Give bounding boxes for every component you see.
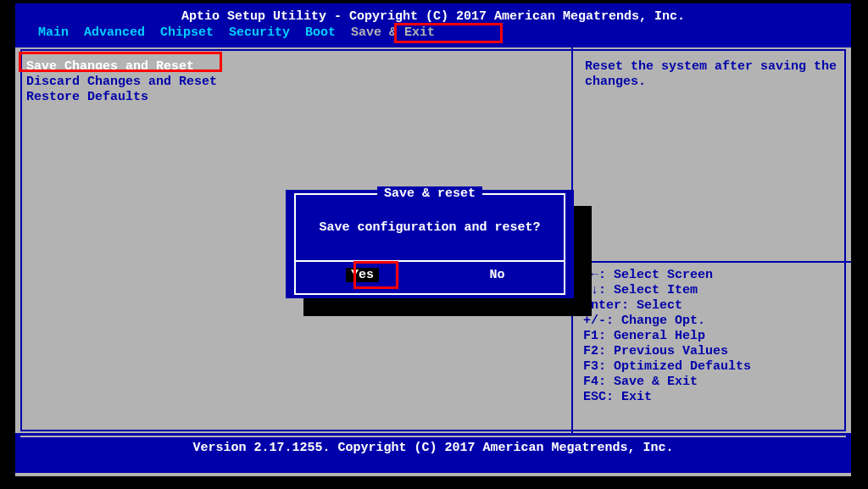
save-reset-dialog: Save & reset Save configuration and rese… xyxy=(286,190,574,298)
divider xyxy=(20,436,846,437)
menu-bar: Main Advanced Chipset Security Boot Save… xyxy=(19,25,848,42)
help-text: Reset the system after saving the change… xyxy=(585,59,839,90)
dialog-title: Save & reset xyxy=(377,186,482,201)
key-line: Enter: Select xyxy=(583,298,851,314)
key-line: F4: Save & Exit xyxy=(583,375,851,390)
key-line: →←: Select Screen xyxy=(583,268,851,283)
menu-save-exit[interactable]: Save & Exit xyxy=(343,25,442,42)
help-pane: Reset the system after saving the change… xyxy=(573,47,851,433)
key-help: →←: Select Screen ↑↓: Select Item Enter:… xyxy=(583,261,851,405)
yes-button[interactable]: Yes xyxy=(346,268,379,282)
menu-security[interactable]: Security xyxy=(221,25,298,42)
menu-advanced[interactable]: Advanced xyxy=(76,25,153,42)
key-line: F3: Optimized Defaults xyxy=(583,359,851,375)
divider xyxy=(578,261,851,263)
options-list: Save Changes and Reset Discard Changes a… xyxy=(23,59,220,105)
key-line: +/-: Change Opt. xyxy=(583,314,851,329)
key-line: ESC: Exit xyxy=(583,390,851,405)
dialog-frame: Save & reset Save configuration and rese… xyxy=(294,193,565,295)
key-line: F2: Previous Values xyxy=(583,344,851,359)
app-title: Aptio Setup Utility - Copyright (C) 2017… xyxy=(19,3,848,25)
no-button[interactable]: No xyxy=(447,268,548,282)
menu-main[interactable]: Main xyxy=(31,25,76,42)
option-restore-defaults[interactable]: Restore Defaults xyxy=(23,90,220,105)
key-line: F1: General Help xyxy=(583,329,851,344)
menu-chipset[interactable]: Chipset xyxy=(153,25,221,42)
menu-boot[interactable]: Boot xyxy=(298,25,343,42)
dialog-buttons: Yes No xyxy=(296,268,564,282)
divider xyxy=(296,260,564,262)
header-bar: Aptio Setup Utility - Copyright (C) 2017… xyxy=(15,3,851,47)
key-line: ↑↓: Select Item xyxy=(583,283,851,298)
option-save-reset[interactable]: Save Changes and Reset xyxy=(23,59,220,75)
option-discard-reset[interactable]: Discard Changes and Reset xyxy=(23,75,220,90)
dialog-message: Save configuration and reset? xyxy=(296,195,564,235)
footer-bar: Version 2.17.1255. Copyright (C) 2017 Am… xyxy=(15,433,851,473)
